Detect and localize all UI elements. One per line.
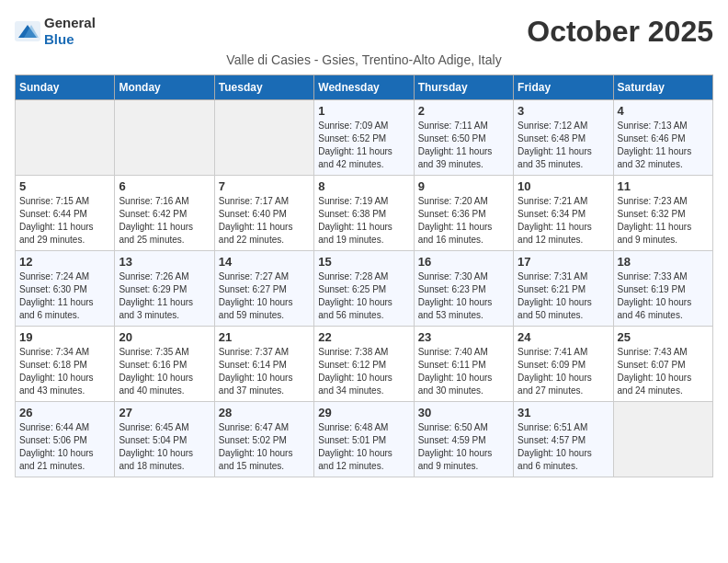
calendar-cell: 24Sunrise: 7:41 AMSunset: 6:09 PMDayligh…	[514, 327, 613, 402]
day-number: 21	[219, 330, 310, 344]
logo-icon	[15, 21, 40, 41]
calendar-cell: 25Sunrise: 7:43 AMSunset: 6:07 PMDayligh…	[613, 327, 712, 402]
col-thursday: Thursday	[414, 75, 513, 100]
day-info: Sunrise: 6:44 AMSunset: 5:06 PMDaylight:…	[19, 421, 110, 473]
day-info: Sunrise: 7:19 AMSunset: 6:38 PMDaylight:…	[318, 195, 409, 247]
calendar-table: Sunday Monday Tuesday Wednesday Thursday…	[15, 75, 713, 477]
calendar-cell: 10Sunrise: 7:21 AMSunset: 6:34 PMDayligh…	[514, 176, 613, 251]
day-info: Sunrise: 7:16 AMSunset: 6:42 PMDaylight:…	[119, 195, 210, 247]
calendar-cell: 27Sunrise: 6:45 AMSunset: 5:04 PMDayligh…	[115, 402, 214, 477]
day-info: Sunrise: 6:50 AMSunset: 4:59 PMDaylight:…	[418, 421, 509, 473]
page-header: General Blue October 2025	[15, 15, 713, 49]
day-number: 23	[418, 330, 509, 344]
day-number: 7	[219, 179, 310, 193]
day-number: 2	[418, 104, 509, 118]
calendar-cell	[214, 100, 313, 176]
calendar-cell: 13Sunrise: 7:26 AMSunset: 6:29 PMDayligh…	[115, 251, 214, 327]
logo-text: General Blue	[44, 15, 96, 48]
calendar-cell: 26Sunrise: 6:44 AMSunset: 5:06 PMDayligh…	[16, 402, 115, 477]
calendar-cell: 5Sunrise: 7:15 AMSunset: 6:44 PMDaylight…	[16, 176, 115, 251]
day-info: Sunrise: 7:09 AMSunset: 6:52 PMDaylight:…	[318, 120, 409, 171]
day-info: Sunrise: 7:21 AMSunset: 6:34 PMDaylight:…	[518, 195, 609, 247]
col-saturday: Saturday	[613, 75, 712, 100]
day-info: Sunrise: 7:35 AMSunset: 6:16 PMDaylight:…	[119, 346, 210, 397]
calendar-cell: 29Sunrise: 6:48 AMSunset: 5:01 PMDayligh…	[314, 402, 414, 477]
day-number: 28	[219, 406, 310, 419]
day-number: 8	[318, 179, 409, 193]
calendar-cell: 7Sunrise: 7:17 AMSunset: 6:40 PMDaylight…	[214, 176, 313, 251]
calendar-cell: 8Sunrise: 7:19 AMSunset: 6:38 PMDaylight…	[314, 176, 414, 251]
calendar-cell: 3Sunrise: 7:12 AMSunset: 6:48 PMDaylight…	[514, 100, 613, 176]
day-number: 15	[318, 255, 409, 269]
day-number: 10	[518, 179, 609, 193]
calendar-cell: 19Sunrise: 7:34 AMSunset: 6:18 PMDayligh…	[16, 327, 115, 402]
day-number: 1	[318, 104, 409, 118]
day-info: Sunrise: 7:13 AMSunset: 6:46 PMDaylight:…	[618, 120, 709, 171]
calendar-cell: 20Sunrise: 7:35 AMSunset: 6:16 PMDayligh…	[115, 327, 214, 402]
calendar-cell: 4Sunrise: 7:13 AMSunset: 6:46 PMDaylight…	[613, 100, 712, 176]
calendar-cell: 31Sunrise: 6:51 AMSunset: 4:57 PMDayligh…	[514, 402, 613, 477]
calendar-cell: 14Sunrise: 7:27 AMSunset: 6:27 PMDayligh…	[214, 251, 313, 327]
calendar-week-2: 5Sunrise: 7:15 AMSunset: 6:44 PMDaylight…	[16, 176, 713, 251]
day-number: 18	[618, 255, 709, 269]
day-info: Sunrise: 7:37 AMSunset: 6:14 PMDaylight:…	[219, 346, 310, 397]
day-info: Sunrise: 7:43 AMSunset: 6:07 PMDaylight:…	[618, 346, 709, 397]
day-info: Sunrise: 7:40 AMSunset: 6:11 PMDaylight:…	[418, 346, 509, 397]
day-info: Sunrise: 7:17 AMSunset: 6:40 PMDaylight:…	[219, 195, 310, 247]
col-friday: Friday	[514, 75, 613, 100]
day-number: 12	[19, 255, 110, 269]
month-title: October 2025	[527, 15, 713, 49]
col-sunday: Sunday	[16, 75, 115, 100]
day-number: 4	[618, 104, 709, 118]
calendar-cell: 1Sunrise: 7:09 AMSunset: 6:52 PMDaylight…	[314, 100, 414, 176]
subtitle: Valle di Casies - Gsies, Trentino-Alto A…	[15, 52, 713, 67]
calendar-cell: 2Sunrise: 7:11 AMSunset: 6:50 PMDaylight…	[414, 100, 513, 176]
logo-blue: Blue	[44, 31, 74, 47]
logo: General Blue	[15, 15, 96, 48]
day-number: 31	[518, 406, 609, 419]
day-number: 19	[19, 330, 110, 344]
calendar-cell: 9Sunrise: 7:20 AMSunset: 6:36 PMDaylight…	[414, 176, 513, 251]
day-info: Sunrise: 7:34 AMSunset: 6:18 PMDaylight:…	[19, 346, 110, 397]
day-info: Sunrise: 6:47 AMSunset: 5:02 PMDaylight:…	[219, 421, 310, 473]
day-number: 16	[418, 255, 509, 269]
day-info: Sunrise: 7:20 AMSunset: 6:36 PMDaylight:…	[418, 195, 509, 247]
day-info: Sunrise: 7:33 AMSunset: 6:19 PMDaylight:…	[618, 270, 709, 322]
day-info: Sunrise: 7:28 AMSunset: 6:25 PMDaylight:…	[318, 270, 409, 322]
day-number: 22	[318, 330, 409, 344]
day-number: 14	[219, 255, 310, 269]
calendar-cell: 12Sunrise: 7:24 AMSunset: 6:30 PMDayligh…	[16, 251, 115, 327]
calendar-cell: 11Sunrise: 7:23 AMSunset: 6:32 PMDayligh…	[613, 176, 712, 251]
day-number: 17	[518, 255, 609, 269]
day-info: Sunrise: 7:15 AMSunset: 6:44 PMDaylight:…	[19, 195, 110, 247]
day-info: Sunrise: 7:23 AMSunset: 6:32 PMDaylight:…	[618, 195, 709, 247]
day-info: Sunrise: 7:12 AMSunset: 6:48 PMDaylight:…	[518, 120, 609, 171]
calendar-cell	[16, 100, 115, 176]
day-info: Sunrise: 7:26 AMSunset: 6:29 PMDaylight:…	[119, 270, 210, 322]
calendar-cell	[115, 100, 214, 176]
day-info: Sunrise: 7:41 AMSunset: 6:09 PMDaylight:…	[518, 346, 609, 397]
day-number: 27	[119, 406, 210, 419]
day-info: Sunrise: 7:31 AMSunset: 6:21 PMDaylight:…	[518, 270, 609, 322]
day-number: 11	[618, 179, 709, 193]
calendar-cell: 22Sunrise: 7:38 AMSunset: 6:12 PMDayligh…	[314, 327, 414, 402]
calendar-week-4: 19Sunrise: 7:34 AMSunset: 6:18 PMDayligh…	[16, 327, 713, 402]
day-info: Sunrise: 6:45 AMSunset: 5:04 PMDaylight:…	[119, 421, 210, 473]
day-info: Sunrise: 7:27 AMSunset: 6:27 PMDaylight:…	[219, 270, 310, 322]
title-area: October 2025	[527, 15, 713, 49]
logo-general: General	[44, 15, 96, 30]
calendar-cell: 16Sunrise: 7:30 AMSunset: 6:23 PMDayligh…	[414, 251, 513, 327]
col-monday: Monday	[115, 75, 214, 100]
calendar-cell: 21Sunrise: 7:37 AMSunset: 6:14 PMDayligh…	[214, 327, 313, 402]
calendar-cell: 18Sunrise: 7:33 AMSunset: 6:19 PMDayligh…	[613, 251, 712, 327]
day-number: 6	[119, 179, 210, 193]
day-info: Sunrise: 7:38 AMSunset: 6:12 PMDaylight:…	[318, 346, 409, 397]
day-number: 30	[418, 406, 509, 419]
calendar-week-3: 12Sunrise: 7:24 AMSunset: 6:30 PMDayligh…	[16, 251, 713, 327]
day-number: 9	[418, 179, 509, 193]
calendar-cell: 17Sunrise: 7:31 AMSunset: 6:21 PMDayligh…	[514, 251, 613, 327]
day-number: 5	[19, 179, 110, 193]
calendar-cell: 23Sunrise: 7:40 AMSunset: 6:11 PMDayligh…	[414, 327, 513, 402]
day-info: Sunrise: 6:51 AMSunset: 4:57 PMDaylight:…	[518, 421, 609, 473]
day-number: 24	[518, 330, 609, 344]
